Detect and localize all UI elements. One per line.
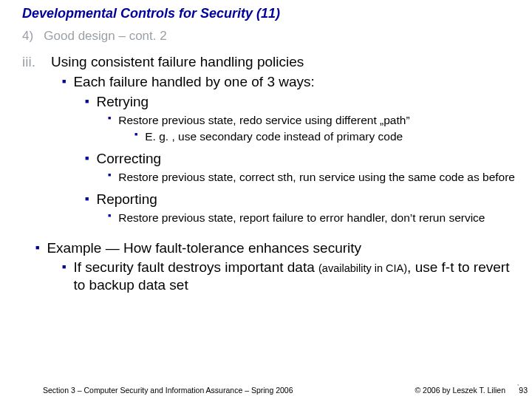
retrying-label: Retrying <box>96 94 149 109</box>
bullet-icon: ■ <box>62 78 66 86</box>
retrying-sub1-text: Restore previous state, redo service usi… <box>118 113 409 127</box>
footer-right: © 2006 by Leszek T. Lilien <box>415 386 505 395</box>
bullet-icon: ■ <box>35 244 39 252</box>
bullet-icon: ■ <box>134 132 137 138</box>
example-lead-text: Example — How fault-tolerance enhances s… <box>47 240 361 256</box>
example-body: ■If security fault destroys important da… <box>0 259 532 294</box>
slide-body: 4) Good design – cont. 2 iii. Using cons… <box>0 26 532 294</box>
bullet-icon: ■ <box>85 154 89 163</box>
page-number: 93 <box>519 386 528 395</box>
correcting-sub1-text: Restore previous state, correct sth, run… <box>118 170 515 184</box>
retrying-sub2: ■E. g. , use secondary code instead of p… <box>0 129 532 143</box>
footer-left: Section 3 – Computer Security and Inform… <box>43 386 293 395</box>
roman-iii-number: iii. <box>22 54 35 69</box>
retrying-sub2-text: E. g. , use secondary code instead of pr… <box>145 129 403 143</box>
retrying-sub1: ■Restore previous state, redo service us… <box>0 113 532 127</box>
correcting-sub1: ■Restore previous state, correct sth, ru… <box>0 170 532 184</box>
retrying: ■Retrying <box>0 93 532 111</box>
bullet-icon: ■ <box>108 172 111 179</box>
reporting-label: Reporting <box>96 191 157 207</box>
bullet-icon: ■ <box>108 115 111 122</box>
bullet-icon: ■ <box>85 98 89 106</box>
reporting-sub1-text: Restore previous state, report failure t… <box>118 211 485 225</box>
slide: Developmental Controls for Security (11)… <box>0 0 532 399</box>
example-body-paren: (availability in CIA) <box>318 262 407 274</box>
each-failure-text: Each failure handled by one of 3 ways: <box>73 73 314 91</box>
heading-4-text: Good design – cont. 2 <box>44 29 166 43</box>
each-failure: ■Each failure handled by one of 3 ways: <box>0 73 532 91</box>
roman-iii-text: Using consistent failure handling polici… <box>51 54 304 69</box>
heading-4-number: 4) <box>22 29 33 43</box>
example-body-pre: If security fault destroys important dat… <box>73 259 318 275</box>
bullet-icon: ■ <box>108 213 111 219</box>
correcting: ■Correcting <box>0 150 532 168</box>
correcting-label: Correcting <box>96 151 161 166</box>
reporting-sub1: ■Restore previous state, report failure … <box>0 211 532 225</box>
heading-4: 4) Good design – cont. 2 <box>0 28 532 44</box>
example-lead: ■Example — How fault-tolerance enhances … <box>0 239 532 257</box>
roman-iii: iii. Using consistent failure handling p… <box>0 53 532 71</box>
bullet-icon: ■ <box>62 263 66 271</box>
reporting: ■Reporting <box>0 191 532 208</box>
bullet-icon: ■ <box>85 195 89 203</box>
slide-title: Developmental Controls for Security (11) <box>22 6 280 21</box>
